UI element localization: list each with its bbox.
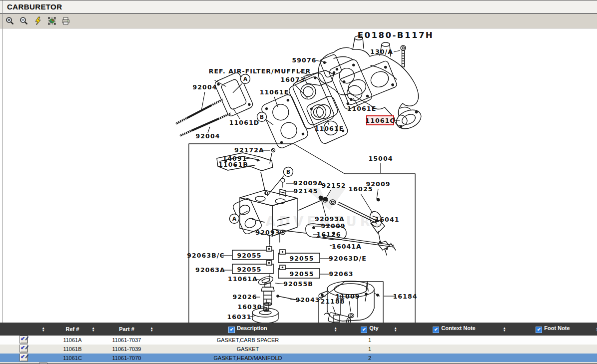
part-label-11061E[interactable]: 11061E [315,125,344,132]
part-label-16031[interactable]: 16031 [227,313,252,321]
leader-line [361,194,373,213]
part-label-92043[interactable]: 92043 [296,296,320,304]
part-label-92055[interactable]: 92055 [237,252,262,259]
sort-icon[interactable]: ▲▼ [503,327,506,332]
part-label-92063D-E[interactable]: 92063D/E [329,255,367,262]
table-header-row: ▲▼ Ref # ▲▼ Part # ▲▼ ✔Description ▲▼ ✔Q… [0,323,597,336]
part-label-92004[interactable]: 92004 [196,132,220,140]
sort-icon[interactable]: ▲▼ [92,327,95,332]
print-button[interactable] [60,16,71,26]
context-note-checkbox[interactable]: ✔ [433,327,439,333]
column-header-qty[interactable]: ✔Qty ▲▼ [340,323,400,336]
leader-line [349,301,351,312]
part-label-92055[interactable]: 92055 [237,266,262,273]
toolbar [0,14,597,28]
zoom-out-button[interactable] [18,16,29,26]
part-label-92055B[interactable]: 92055B [283,280,313,288]
column-header-select[interactable]: ▲▼ [0,323,47,336]
column-header-description[interactable]: ✔Description ▲▼ [156,323,340,336]
part-label-92063B-C[interactable]: 92063B/C [187,252,225,259]
table-row[interactable]: ✔ 11061A 11061-7037 GASKET,CARB SPACER 1 [0,336,597,345]
part-label-16041A[interactable]: 16041A [332,243,362,250]
part-label-11061E[interactable]: 11061E [347,105,377,112]
part-label-11061B[interactable]: 11061B [218,161,248,168]
flash-button[interactable] [32,16,43,26]
screw-dot [268,248,270,250]
part-label-92063[interactable]: 92063 [329,270,354,278]
part-label-92055[interactable]: 92055 [290,255,314,262]
zoom-out-icon [19,16,28,25]
part-label-92009[interactable]: 92009 [321,222,346,230]
sort-icon[interactable]: ▲▼ [150,327,153,332]
part-label-92145[interactable]: 92145 [294,187,318,195]
row-edit-icon[interactable]: ✔ [19,345,28,353]
table-row[interactable]: ✔ 11061C 11061-7070 GASKET,HEAD/MANIFOLD… [0,354,597,363]
sort-icon[interactable]: ▲▼ [394,327,397,332]
part-label-11061D[interactable]: 11061D [229,119,259,126]
column-header-ref[interactable]: Ref # ▲▼ [47,323,97,336]
part-label-11061A[interactable]: 11061A [228,275,258,283]
part-label-16126[interactable]: 16126 [317,231,341,238]
leader-line [394,50,400,52]
screw-dot [268,262,270,264]
part-label-16041[interactable]: 16041 [375,216,400,223]
foot-note-checkbox[interactable]: ✔ [536,327,542,333]
part-label-11009[interactable]: 11009 [336,293,360,300]
part-label-15004[interactable]: 15004 [369,155,393,162]
leader-line [233,83,242,93]
leader-line [377,189,378,199]
table-row[interactable]: ✔ 11061B 11061-7039 GASKET 1 [0,345,597,354]
row-edit-icon[interactable]: ✔ [19,354,28,362]
part-label-92009[interactable]: 92009 [366,180,391,188]
column-header-foot-note[interactable]: ✔Foot Note ▲▼ [509,323,597,336]
parts-diagram: ADVENTURE [0,0,597,323]
callout-marker-letter: A [243,76,248,82]
parts-table: ▲▼ Ref # ▲▼ Part # ▲▼ ✔Description ▲▼ ✔Q… [0,323,597,363]
part-label-92093A[interactable]: 92093A [315,215,345,223]
description-checkbox[interactable]: ✔ [228,327,235,333]
part-label-92152[interactable]: 92152 [322,182,346,189]
part-label-16184[interactable]: 16184 [393,293,418,300]
part-label-11061E[interactable]: 11061E [260,88,289,96]
callout-marker-letter: B [286,169,290,175]
part-label-16030[interactable]: 16030 [238,303,262,311]
part-label-92172A[interactable]: 92172A [234,146,264,154]
row-edit-icon[interactable]: ✔ [19,336,28,344]
part-label-16073[interactable]: 16073 [281,76,305,83]
leader-line [233,108,240,119]
zoom-in-button[interactable] [4,16,15,26]
part-label-59076[interactable]: 59076 [292,56,317,64]
leader-line [333,306,336,316]
title-bar: CARBURETOR [0,0,597,14]
part-label-92009A[interactable]: 92009A [293,179,323,187]
part-label-92026[interactable]: 92026 [233,293,257,301]
diagram-code: E0180-B117H [358,30,434,40]
part-label-92055[interactable]: 92055 [290,270,314,278]
part-label-92063A[interactable]: 92063A [195,266,225,274]
callout-marker-letter: A [232,216,237,222]
leader-line [353,98,358,105]
hotspot-select-button[interactable] [46,16,57,26]
column-header-context-note[interactable]: ✔Context Note ▲▼ [400,323,509,336]
screw-dot [282,251,284,253]
qty-checkbox[interactable]: ✔ [361,327,367,333]
frame-left-border [2,0,2,323]
print-icon [61,16,70,25]
part-label-130-A[interactable]: 130/A [370,48,393,55]
screw-dot [282,267,284,269]
part-label-11061C[interactable]: 11061C [365,117,395,124]
part-label-REF-AIR-FILTER-MUFFLER[interactable]: REF. AIR-FILTER/MUFFLER [209,67,311,75]
page-title: CARBURETOR [7,2,62,11]
sort-icon[interactable]: ▲▼ [42,327,45,332]
part-label-92093[interactable]: 92093 [256,229,280,236]
hotspot-select-icon [47,16,56,25]
lightning-icon [34,16,42,25]
column-header-part[interactable]: Part # ▲▼ [97,323,156,336]
part-label-92004[interactable]: 92004 [193,83,217,91]
zoom-in-icon [5,16,14,25]
callout-marker-letter: B [260,114,264,120]
sort-icon[interactable]: ▲▼ [334,327,337,332]
